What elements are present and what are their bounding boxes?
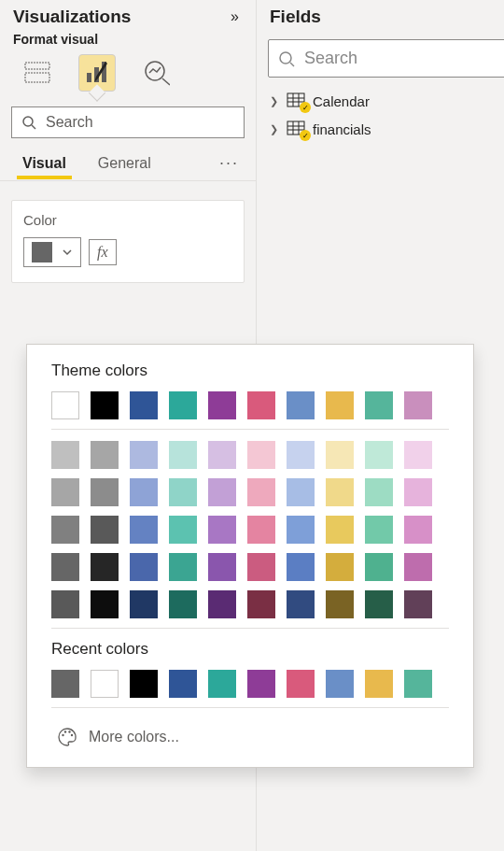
- table-icon: ✓: [287, 121, 307, 137]
- color-swatch[interactable]: [404, 553, 432, 581]
- color-swatch[interactable]: [287, 391, 315, 419]
- fx-button[interactable]: fx: [89, 239, 117, 265]
- color-swatch[interactable]: [326, 391, 354, 419]
- fields-list: ❯✓Calendar❯✓financials: [257, 87, 504, 143]
- color-swatch[interactable]: [51, 670, 79, 698]
- color-swatch[interactable]: [404, 516, 432, 544]
- fields-title: Fields: [270, 7, 321, 27]
- color-swatch[interactable]: [51, 553, 79, 581]
- color-swatch[interactable]: [365, 516, 393, 544]
- color-swatch[interactable]: [247, 391, 275, 419]
- color-swatch[interactable]: [247, 441, 275, 469]
- color-swatch[interactable]: [287, 441, 315, 469]
- more-colors-button[interactable]: More colors...: [51, 719, 185, 748]
- fields-search-input[interactable]: [302, 48, 504, 69]
- color-swatch[interactable]: [365, 553, 393, 581]
- color-swatch[interactable]: [169, 590, 197, 618]
- color-swatch[interactable]: [326, 478, 354, 506]
- color-swatch[interactable]: [91, 590, 119, 618]
- color-swatch[interactable]: [365, 391, 393, 419]
- chevron-right-icon: ❯: [270, 95, 281, 107]
- color-swatch[interactable]: [208, 441, 236, 469]
- color-swatch[interactable]: [169, 670, 197, 698]
- color-swatch[interactable]: [326, 590, 354, 618]
- color-swatch[interactable]: [91, 553, 119, 581]
- color-swatch[interactable]: [365, 441, 393, 469]
- color-swatch[interactable]: [365, 670, 393, 698]
- color-swatch[interactable]: [287, 670, 315, 698]
- color-swatch[interactable]: [247, 670, 275, 698]
- color-swatch[interactable]: [51, 478, 79, 506]
- color-swatch[interactable]: [326, 516, 354, 544]
- color-swatch[interactable]: [287, 516, 315, 544]
- color-swatch[interactable]: [247, 516, 275, 544]
- color-swatch[interactable]: [247, 590, 275, 618]
- color-swatch[interactable]: [287, 553, 315, 581]
- color-swatch[interactable]: [247, 478, 275, 506]
- color-swatch[interactable]: [130, 478, 158, 506]
- color-dropdown[interactable]: [23, 237, 81, 267]
- build-visual-tab[interactable]: [19, 54, 56, 92]
- color-swatch[interactable]: [130, 516, 158, 544]
- color-swatch[interactable]: [91, 441, 119, 469]
- svg-line-8: [32, 125, 35, 129]
- color-swatch[interactable]: [130, 553, 158, 581]
- color-swatch[interactable]: [51, 441, 79, 469]
- color-swatch[interactable]: [169, 553, 197, 581]
- format-search-input[interactable]: [44, 113, 234, 132]
- color-swatch[interactable]: [51, 516, 79, 544]
- color-swatch[interactable]: [404, 391, 432, 419]
- color-swatch[interactable]: [208, 553, 236, 581]
- color-swatch[interactable]: [287, 590, 315, 618]
- color-swatch[interactable]: [130, 441, 158, 469]
- color-swatch[interactable]: [208, 516, 236, 544]
- color-swatch[interactable]: [130, 391, 158, 419]
- color-swatch[interactable]: [91, 516, 119, 544]
- format-search-box[interactable]: [11, 106, 245, 138]
- table-row[interactable]: ❯✓financials: [257, 115, 504, 143]
- svg-point-23: [68, 730, 70, 732]
- fields-search-box[interactable]: [268, 39, 504, 78]
- color-swatch[interactable]: [365, 590, 393, 618]
- color-swatch[interactable]: [365, 478, 393, 506]
- color-swatch[interactable]: [169, 391, 197, 419]
- color-swatch[interactable]: [130, 590, 158, 618]
- table-row[interactable]: ❯✓Calendar: [257, 87, 504, 115]
- svg-point-22: [64, 730, 66, 732]
- divider: [51, 429, 449, 430]
- table-name: financials: [313, 121, 371, 137]
- svg-rect-2: [87, 73, 91, 82]
- color-swatch[interactable]: [404, 478, 432, 506]
- color-swatch[interactable]: [208, 670, 236, 698]
- color-swatch[interactable]: [326, 441, 354, 469]
- tab-visual[interactable]: Visual: [17, 154, 72, 179]
- color-swatch[interactable]: [326, 670, 354, 698]
- magnifier-chart-icon: [144, 60, 170, 86]
- color-swatch[interactable]: [208, 590, 236, 618]
- color-swatch[interactable]: [169, 516, 197, 544]
- format-mode-tabs: [0, 54, 256, 99]
- analytics-tab[interactable]: [138, 54, 175, 92]
- color-swatch[interactable]: [169, 478, 197, 506]
- collapse-visualizations-button[interactable]: »: [227, 6, 243, 28]
- format-visual-tab[interactable]: [78, 54, 116, 92]
- color-swatch[interactable]: [91, 391, 119, 419]
- color-swatch[interactable]: [208, 478, 236, 506]
- tab-general[interactable]: General: [92, 154, 157, 179]
- color-swatch[interactable]: [287, 478, 315, 506]
- recent-colors-row: [51, 670, 449, 698]
- color-swatch[interactable]: [91, 670, 119, 698]
- color-swatch[interactable]: [91, 478, 119, 506]
- color-swatch[interactable]: [404, 441, 432, 469]
- color-swatch[interactable]: [404, 590, 432, 618]
- color-swatch[interactable]: [208, 391, 236, 419]
- search-icon: [21, 115, 36, 130]
- color-swatch[interactable]: [404, 670, 432, 698]
- color-swatch[interactable]: [247, 553, 275, 581]
- color-swatch[interactable]: [51, 590, 79, 618]
- color-swatch[interactable]: [169, 441, 197, 469]
- color-swatch[interactable]: [326, 553, 354, 581]
- more-options-button[interactable]: ···: [216, 153, 243, 180]
- color-swatch[interactable]: [130, 670, 158, 698]
- color-swatch[interactable]: [51, 391, 79, 419]
